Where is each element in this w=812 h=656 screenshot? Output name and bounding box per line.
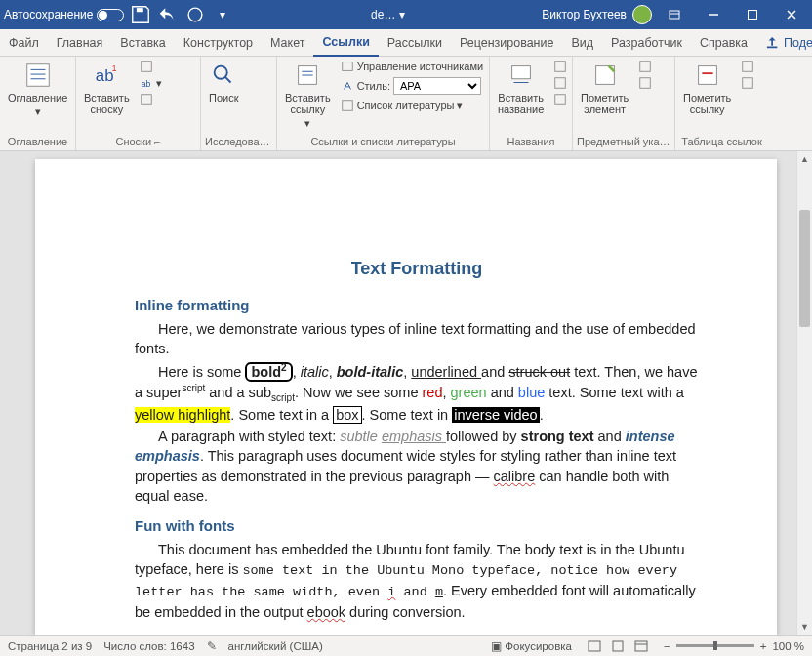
tab-design[interactable]: Конструктор (175, 29, 262, 57)
insert-footnote-button[interactable]: ab1 Вставить сноску (80, 59, 134, 117)
web-layout-icon[interactable] (630, 637, 652, 655)
tab-mailings[interactable]: Рассылки (379, 29, 451, 57)
save-icon[interactable] (130, 4, 151, 25)
vertical-scrollbar[interactable]: ▲ ▼ (796, 151, 812, 635)
tab-references[interactable]: Ссылки (313, 29, 378, 57)
svg-rect-17 (555, 78, 566, 89)
doc-title: Text Formatting (135, 257, 699, 281)
caption-extra1[interactable] (550, 59, 570, 74)
autosave-toggle[interactable]: Автосохранение (4, 8, 124, 21)
group-index: Предметный указ… (577, 135, 670, 148)
svg-text:ab: ab (141, 79, 150, 89)
redo-icon[interactable] (184, 4, 206, 25)
next-footnote-button[interactable]: ab▾ (137, 75, 165, 91)
toa-extra2[interactable] (738, 75, 757, 91)
svg-rect-18 (555, 95, 566, 105)
user-name[interactable]: Виктор Бухтеев (542, 8, 627, 21)
language-indicator[interactable]: английский (США) (228, 640, 323, 652)
tab-file[interactable]: Файл (0, 29, 48, 57)
svg-rect-2 (670, 11, 679, 19)
svg-rect-3 (749, 11, 757, 20)
zoom-slider[interactable] (676, 644, 754, 647)
paragraph: Here, we demonstrate various types of in… (135, 319, 699, 359)
statusbar: Страница 2 из 9 Число слов: 1643 ✎ англи… (0, 635, 812, 656)
word-count[interactable]: Число слов: 1643 (103, 640, 194, 652)
insert-citation-button[interactable]: Вставить ссылку▾ (281, 59, 335, 132)
svg-point-1 (189, 8, 203, 21)
mark-entry-button[interactable]: Пометить элемент (577, 59, 632, 117)
titlebar: Автосохранение ▾ de… ▾ Виктор Бухтеев (0, 0, 812, 29)
svg-rect-23 (743, 62, 753, 72)
insert-caption-button[interactable]: Вставить название (494, 59, 548, 117)
minimize-icon[interactable] (697, 1, 730, 28)
zoom-percent[interactable]: 100 % (772, 640, 804, 652)
group-toc: Оглавление (4, 135, 71, 148)
ribbon-display-icon[interactable] (658, 1, 691, 28)
bibliography-button[interactable]: Список литературы▾ (338, 98, 486, 113)
zoom-control[interactable]: − + 100 % (664, 640, 804, 652)
scroll-up-icon[interactable]: ▲ (797, 151, 812, 167)
manage-sources-button[interactable]: Управление источниками (338, 59, 486, 74)
tab-home[interactable]: Главная (48, 29, 112, 57)
show-notes-button[interactable] (137, 92, 165, 107)
style-select[interactable]: Стиль: APA (338, 76, 486, 96)
style-dropdown[interactable]: APA (393, 77, 481, 95)
spellcheck-icon[interactable]: ✎ (207, 639, 217, 653)
tab-developer[interactable]: Разработчик (602, 29, 691, 57)
paragraph: Here is some bold2, italic, bold-italic,… (135, 361, 699, 425)
toc-button[interactable]: Оглавление▾ (4, 59, 71, 120)
paragraph: A paragraph with styled text: subtle emp… (135, 427, 699, 506)
svg-rect-5 (26, 64, 49, 87)
focus-mode-button[interactable]: ▣ Фокусировка (491, 639, 572, 653)
caption-extra2[interactable] (550, 75, 570, 91)
caption-extra3[interactable] (550, 92, 570, 107)
insert-endnote-button[interactable] (137, 59, 165, 74)
svg-rect-14 (342, 101, 352, 111)
svg-text:1: 1 (112, 63, 117, 73)
svg-rect-4 (767, 46, 778, 48)
tab-layout[interactable]: Макет (262, 29, 313, 57)
scroll-thumb[interactable] (799, 210, 810, 327)
mark-citation-button[interactable]: Пометить ссылку (679, 59, 735, 117)
print-layout-icon[interactable] (607, 637, 629, 655)
svg-rect-8 (141, 62, 151, 72)
qat-dropdown-icon[interactable]: ▾ (212, 4, 233, 25)
tab-review[interactable]: Рецензирование (451, 29, 563, 57)
scroll-down-icon[interactable]: ▼ (797, 619, 812, 635)
document-title: de… ▾ (233, 8, 542, 21)
svg-rect-16 (555, 62, 566, 72)
zoom-in-icon[interactable]: + (760, 640, 767, 652)
maximize-icon[interactable] (736, 1, 769, 28)
tab-insert[interactable]: Вставка (111, 29, 174, 57)
svg-rect-22 (698, 66, 716, 85)
heading-inline: Inline formatting (135, 295, 699, 315)
svg-rect-0 (137, 8, 143, 12)
ribbon: Оглавление▾ Оглавление ab1 Вставить снос… (0, 57, 812, 151)
group-research: Исследован… (205, 135, 272, 148)
index-extra1[interactable] (635, 59, 655, 74)
tab-help[interactable]: Справка (691, 29, 756, 57)
search-button[interactable]: Поиск (205, 59, 242, 105)
share-button[interactable]: Поделиться (756, 29, 812, 57)
view-buttons (584, 637, 652, 655)
tab-view[interactable]: Вид (562, 29, 602, 57)
avatar[interactable] (632, 5, 652, 24)
read-mode-icon[interactable] (584, 637, 605, 655)
svg-rect-26 (613, 641, 623, 651)
document-area[interactable]: Text Formatting Inline formatting Here, … (0, 151, 812, 635)
index-extra2[interactable] (635, 75, 655, 91)
undo-icon[interactable] (157, 4, 179, 25)
group-toa: Таблица ссылок (679, 135, 764, 148)
page: Text Formatting Inline formatting Here, … (35, 159, 777, 635)
menubar: Файл Главная Вставка Конструктор Макет С… (0, 29, 812, 57)
svg-point-11 (215, 66, 227, 79)
svg-rect-13 (342, 62, 352, 71)
svg-rect-21 (640, 78, 651, 89)
paragraph: This document has embedded the Ubuntu fo… (135, 540, 699, 622)
page-indicator[interactable]: Страница 2 из 9 (8, 640, 92, 652)
group-captions: Названия (494, 135, 568, 148)
toa-extra1[interactable] (738, 59, 757, 74)
svg-text:ab: ab (96, 66, 114, 85)
close-icon[interactable] (775, 1, 808, 28)
zoom-out-icon[interactable]: − (664, 640, 670, 652)
